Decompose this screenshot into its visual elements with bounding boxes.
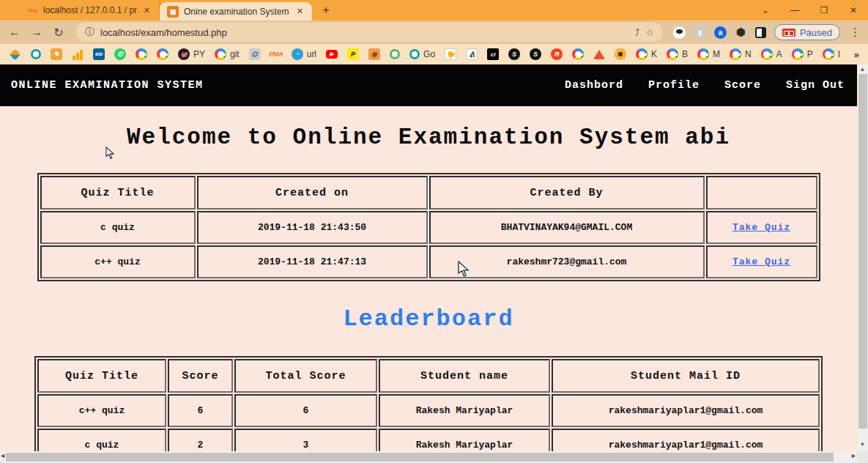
extensions-area: ▮ a ⬢ Paused ⋮ bbox=[673, 24, 861, 40]
bookmark-google-i[interactable]: I bbox=[823, 48, 840, 60]
vertical-scrollbar[interactable]: ▲ ▼ bbox=[857, 64, 868, 463]
new-tab-button[interactable]: + bbox=[312, 3, 340, 18]
ring-icon bbox=[390, 49, 400, 59]
bookmark-gfg[interactable] bbox=[31, 49, 41, 59]
bookmark-google-p[interactable]: P bbox=[792, 48, 813, 60]
bookmark-eye[interactable] bbox=[615, 48, 626, 60]
scroll-right-icon[interactable]: ► bbox=[852, 453, 856, 460]
tab-close-icon[interactable]: ✕ bbox=[295, 7, 305, 16]
phpmyadmin-icon: PMA bbox=[270, 48, 282, 60]
bookmarks-overflow-chevron[interactable]: » bbox=[854, 49, 859, 60]
forward-button[interactable]: → bbox=[29, 26, 44, 39]
adblock-paused-button[interactable]: Paused bbox=[774, 24, 840, 40]
bookmark-google-1[interactable] bbox=[136, 48, 147, 60]
take-quiz-link[interactable]: Take Quiz bbox=[732, 222, 790, 233]
close-button[interactable]: ✕ bbox=[839, 5, 868, 15]
nav-link-sign-out[interactable]: Sign Out bbox=[786, 79, 845, 92]
bookmark-matlab[interactable] bbox=[593, 50, 605, 59]
quiz-title-cell: c++ quiz bbox=[37, 394, 166, 427]
total-score-cell: 6 bbox=[234, 394, 377, 427]
bookmark-google-n[interactable]: N bbox=[730, 48, 752, 60]
tab-close-icon[interactable]: ✕ bbox=[142, 6, 152, 15]
bookmark-analytics[interactable] bbox=[72, 48, 84, 60]
bookmark-google-3[interactable] bbox=[572, 48, 584, 60]
student-mail-cell: rakeshmariyaplar1@gmail.com bbox=[552, 394, 820, 427]
profile-avatar[interactable] bbox=[755, 27, 766, 38]
created-on-cell: 2019-11-18 21:47:13 bbox=[197, 245, 428, 278]
site-navbar: ONLINE EXAMINATION SYSTEM Dashbord Profi… bbox=[0, 64, 857, 106]
created-on-cell: 2019-11-18 21:43:50 bbox=[197, 211, 428, 244]
google-icon bbox=[215, 48, 226, 60]
column-header-student-mail: Student Mail ID bbox=[552, 359, 820, 393]
scroll-up-icon[interactable]: ▲ bbox=[857, 66, 868, 73]
site-brand: ONLINE EXAMINATION SYSTEM bbox=[11, 79, 204, 92]
bookmark-github-py[interactable]: 🐙PY bbox=[178, 48, 205, 60]
scroll-down-icon[interactable]: ▼ bbox=[857, 441, 868, 448]
bookmark-gfg-go[interactable]: Go bbox=[409, 49, 435, 59]
bookmark-google-k[interactable]: K bbox=[636, 48, 657, 60]
table-row: c++ quiz 2019-11-18 21:47:13 rakeshmr723… bbox=[40, 245, 817, 278]
restore-button[interactable]: ❐ bbox=[809, 5, 839, 15]
nav-link-score[interactable]: Score bbox=[724, 79, 761, 92]
google-icon bbox=[572, 48, 584, 60]
nav-link-dashbord[interactable]: Dashbord bbox=[565, 79, 623, 92]
nav-link-profile[interactable]: Profile bbox=[648, 79, 700, 92]
browser-menu-icon[interactable]: ⋮ bbox=[848, 26, 861, 39]
cl-icon: cl bbox=[487, 48, 499, 60]
take-quiz-link[interactable]: Take Quiz bbox=[732, 256, 790, 267]
vertical-scrollbar-thumb[interactable] bbox=[858, 74, 867, 429]
bookmark-green-ring[interactable] bbox=[390, 49, 400, 59]
a-extension-icon[interactable]: a bbox=[714, 26, 727, 39]
bookmark-youtube[interactable]: ▶ bbox=[326, 50, 338, 59]
tab-phpmyadmin[interactable]: PMA localhost / 127.0.0.1 / project / st… bbox=[19, 0, 160, 21]
scroll-left-icon[interactable]: ◄ bbox=[1, 453, 4, 460]
reload-button[interactable]: ↻ bbox=[51, 26, 66, 40]
bookmark-star-icon[interactable]: ☆ bbox=[645, 27, 654, 38]
eye-icon bbox=[615, 48, 626, 60]
minimize-button[interactable]: — bbox=[780, 5, 809, 15]
bookmark-google-b[interactable]: B bbox=[667, 48, 688, 60]
bookmark-duck[interactable]: 🐤 bbox=[445, 48, 456, 60]
bookmark-runner[interactable]: ᕕ bbox=[466, 48, 478, 60]
bookmark-s1[interactable]: S bbox=[508, 48, 520, 60]
google-icon bbox=[730, 48, 741, 60]
column-header-quiz-title: Quiz Title bbox=[40, 176, 196, 210]
bookmark-google-a[interactable]: A bbox=[761, 48, 782, 60]
address-bar[interactable]: ⓘ localhost/exam/homestud.php ⤴ ☆ bbox=[76, 23, 663, 42]
bookmark-p-yellow[interactable]: P bbox=[347, 48, 359, 60]
google-icon bbox=[136, 48, 147, 60]
created-by-cell: rakeshmr723@gmail.com bbox=[429, 245, 705, 278]
bookmark-google-2[interactable] bbox=[157, 48, 168, 60]
ieee-icon: IEEE bbox=[93, 48, 105, 60]
bookmark-diamond[interactable] bbox=[9, 51, 21, 59]
bookmark-google-m[interactable]: M bbox=[697, 48, 720, 60]
bookmark-cl[interactable]: cl bbox=[487, 48, 499, 60]
youtube-icon: ▶ bbox=[326, 50, 338, 59]
tab-search-icon[interactable]: ⌄ bbox=[751, 5, 780, 15]
bookmark-yandex[interactable]: Я bbox=[551, 48, 563, 60]
bookmark-badge[interactable]: ✎ bbox=[51, 48, 62, 60]
horizontal-scrollbar[interactable]: ◄ ► bbox=[0, 451, 857, 463]
xampp-favicon-icon: ▣ bbox=[167, 6, 179, 18]
horizontal-scrollbar-thumb[interactable] bbox=[6, 453, 834, 462]
bookmark-google-git[interactable]: git bbox=[215, 48, 240, 60]
bookmark-pma[interactable]: PMA bbox=[270, 48, 282, 60]
share-icon[interactable]: ⤴ bbox=[635, 27, 640, 38]
person-extension-icon[interactable]: ▮ bbox=[694, 26, 706, 39]
bookmark-s2[interactable]: S bbox=[530, 48, 541, 60]
tab-examination-system[interactable]: ▣ Onine examination System ✕ bbox=[160, 2, 312, 21]
bookmark-ieee[interactable]: IEEE bbox=[93, 48, 105, 60]
bookmark-url[interactable]: ◔url bbox=[292, 48, 316, 60]
quiz-title-cell: c++ quiz bbox=[40, 245, 196, 278]
bookmark-whatsapp[interactable]: ✆ bbox=[114, 48, 126, 60]
badge-icon: ✎ bbox=[51, 48, 62, 60]
bookmark-gray-tool[interactable]: ⌬ bbox=[249, 48, 261, 60]
bookmarks-bar: ✎ IEEE ✆ 🐙PY git ⌬ PMA ◔url ▶ P ◉ Go 🐤 ᕕ… bbox=[0, 44, 868, 64]
bookmark-camera[interactable]: ◉ bbox=[368, 48, 380, 60]
table-row: c++ quiz 6 6 Rakesh Mariyaplar rakeshmar… bbox=[37, 394, 820, 427]
extensions-puzzle-icon[interactable]: ⬢ bbox=[735, 26, 747, 39]
back-button[interactable]: ← bbox=[7, 26, 22, 39]
url-text[interactable]: localhost/exam/homestud.php bbox=[100, 27, 629, 38]
panda-extension-icon[interactable] bbox=[673, 26, 686, 39]
site-info-icon[interactable]: ⓘ bbox=[85, 26, 94, 39]
